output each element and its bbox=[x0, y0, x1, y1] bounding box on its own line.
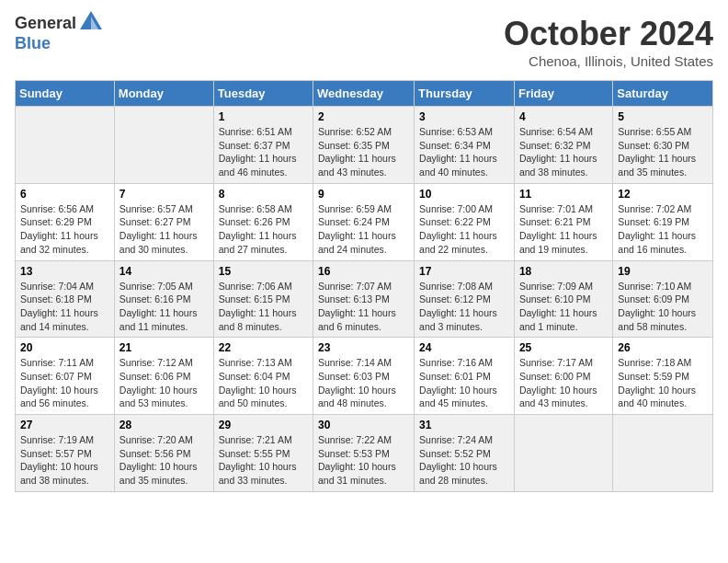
table-row: 4Sunrise: 6:54 AMSunset: 6:32 PMDaylight… bbox=[514, 107, 612, 184]
table-row: 28Sunrise: 7:20 AMSunset: 5:56 PMDayligh… bbox=[114, 415, 213, 492]
day-info: Sunrise: 7:11 AMSunset: 6:07 PMDaylight:… bbox=[20, 356, 109, 410]
day-info: Sunrise: 7:00 AMSunset: 6:22 PMDaylight:… bbox=[419, 202, 509, 257]
title-area: October 2024 Chenoa, Illinois, United St… bbox=[504, 15, 713, 69]
table-row: 27Sunrise: 7:19 AMSunset: 5:57 PMDayligh… bbox=[16, 415, 115, 492]
day-info: Sunrise: 6:58 AMSunset: 6:26 PMDaylight:… bbox=[219, 202, 308, 257]
day-info: Sunrise: 7:06 AMSunset: 6:15 PMDaylight:… bbox=[219, 280, 308, 334]
table-row: 10Sunrise: 7:00 AMSunset: 6:22 PMDayligh… bbox=[415, 183, 515, 260]
header-friday: Friday bbox=[514, 81, 612, 107]
day-info: Sunrise: 7:10 AMSunset: 6:09 PMDaylight:… bbox=[618, 280, 708, 334]
day-info: Sunrise: 7:20 AMSunset: 5:56 PMDaylight:… bbox=[119, 433, 209, 488]
table-row: 1Sunrise: 6:51 AMSunset: 6:37 PMDaylight… bbox=[213, 107, 313, 184]
table-row: 13Sunrise: 7:04 AMSunset: 6:18 PMDayligh… bbox=[16, 260, 115, 338]
table-row: 7Sunrise: 6:57 AMSunset: 6:27 PMDaylight… bbox=[114, 183, 213, 260]
day-number: 31 bbox=[419, 419, 509, 431]
day-number: 6 bbox=[20, 188, 109, 201]
table-row: 15Sunrise: 7:06 AMSunset: 6:15 PMDayligh… bbox=[213, 260, 313, 338]
table-row bbox=[16, 107, 115, 184]
day-info: Sunrise: 7:04 AMSunset: 6:18 PMDaylight:… bbox=[20, 280, 109, 334]
table-row: 9Sunrise: 6:59 AMSunset: 6:24 PMDaylight… bbox=[313, 183, 415, 260]
header-thursday: Thursday bbox=[415, 81, 515, 107]
calendar-week-row: 20Sunrise: 7:11 AMSunset: 6:07 PMDayligh… bbox=[16, 338, 713, 415]
day-number: 20 bbox=[20, 341, 109, 354]
table-row bbox=[114, 107, 213, 184]
day-number: 13 bbox=[20, 265, 109, 278]
table-row: 22Sunrise: 7:13 AMSunset: 6:04 PMDayligh… bbox=[213, 338, 313, 415]
day-number: 29 bbox=[219, 419, 308, 431]
day-number: 25 bbox=[519, 341, 608, 354]
day-number: 15 bbox=[219, 265, 308, 278]
day-number: 1 bbox=[219, 110, 308, 123]
logo-blue: Blue bbox=[15, 35, 104, 53]
day-number: 24 bbox=[419, 341, 509, 354]
table-row: 16Sunrise: 7:07 AMSunset: 6:13 PMDayligh… bbox=[313, 260, 415, 338]
day-info: Sunrise: 6:52 AMSunset: 6:35 PMDaylight:… bbox=[318, 125, 409, 179]
day-number: 11 bbox=[519, 188, 608, 201]
day-info: Sunrise: 7:01 AMSunset: 6:21 PMDaylight:… bbox=[519, 202, 608, 257]
calendar-week-row: 1Sunrise: 6:51 AMSunset: 6:37 PMDaylight… bbox=[16, 107, 713, 184]
table-row bbox=[613, 415, 713, 492]
day-number: 30 bbox=[318, 419, 409, 431]
day-number: 5 bbox=[618, 110, 708, 123]
month-title: October 2024 bbox=[504, 15, 713, 53]
day-info: Sunrise: 7:13 AMSunset: 6:04 PMDaylight:… bbox=[219, 356, 308, 410]
table-row: 14Sunrise: 7:05 AMSunset: 6:16 PMDayligh… bbox=[114, 260, 213, 338]
day-info: Sunrise: 7:24 AMSunset: 5:52 PMDaylight:… bbox=[419, 433, 509, 488]
day-info: Sunrise: 7:07 AMSunset: 6:13 PMDaylight:… bbox=[318, 280, 409, 334]
day-info: Sunrise: 7:21 AMSunset: 5:55 PMDaylight:… bbox=[219, 433, 308, 488]
table-row: 30Sunrise: 7:22 AMSunset: 5:53 PMDayligh… bbox=[313, 415, 415, 492]
header-saturday: Saturday bbox=[613, 81, 713, 107]
day-number: 27 bbox=[20, 419, 109, 431]
day-number: 7 bbox=[119, 188, 209, 201]
location-title: Chenoa, Illinois, United States bbox=[504, 53, 713, 69]
table-row: 11Sunrise: 7:01 AMSunset: 6:21 PMDayligh… bbox=[514, 183, 612, 260]
table-row: 29Sunrise: 7:21 AMSunset: 5:55 PMDayligh… bbox=[213, 415, 313, 492]
logo: General Blue bbox=[15, 15, 104, 53]
table-row: 21Sunrise: 7:12 AMSunset: 6:06 PMDayligh… bbox=[114, 338, 213, 415]
day-number: 17 bbox=[419, 265, 509, 278]
day-number: 8 bbox=[219, 188, 308, 201]
table-row: 31Sunrise: 7:24 AMSunset: 5:52 PMDayligh… bbox=[415, 415, 515, 492]
day-info: Sunrise: 6:53 AMSunset: 6:34 PMDaylight:… bbox=[419, 125, 509, 179]
day-info: Sunrise: 7:05 AMSunset: 6:16 PMDaylight:… bbox=[119, 280, 209, 334]
calendar-week-row: 13Sunrise: 7:04 AMSunset: 6:18 PMDayligh… bbox=[16, 260, 713, 338]
table-row: 24Sunrise: 7:16 AMSunset: 6:01 PMDayligh… bbox=[415, 338, 515, 415]
day-info: Sunrise: 7:14 AMSunset: 6:03 PMDaylight:… bbox=[318, 356, 409, 410]
day-info: Sunrise: 7:08 AMSunset: 6:12 PMDaylight:… bbox=[419, 280, 509, 334]
header-tuesday: Tuesday bbox=[213, 81, 313, 107]
day-info: Sunrise: 7:16 AMSunset: 6:01 PMDaylight:… bbox=[419, 356, 509, 410]
day-number: 10 bbox=[419, 188, 509, 201]
day-number: 14 bbox=[119, 265, 209, 278]
logo-general: General bbox=[15, 15, 104, 35]
day-info: Sunrise: 7:09 AMSunset: 6:10 PMDaylight:… bbox=[519, 280, 608, 334]
table-row: 25Sunrise: 7:17 AMSunset: 6:00 PMDayligh… bbox=[514, 338, 612, 415]
day-info: Sunrise: 6:54 AMSunset: 6:32 PMDaylight:… bbox=[519, 125, 608, 179]
day-info: Sunrise: 7:17 AMSunset: 6:00 PMDaylight:… bbox=[519, 356, 608, 410]
day-info: Sunrise: 7:22 AMSunset: 5:53 PMDaylight:… bbox=[318, 433, 409, 488]
day-number: 9 bbox=[318, 188, 409, 201]
table-row: 17Sunrise: 7:08 AMSunset: 6:12 PMDayligh… bbox=[415, 260, 515, 338]
day-number: 22 bbox=[219, 341, 308, 354]
table-row: 20Sunrise: 7:11 AMSunset: 6:07 PMDayligh… bbox=[16, 338, 115, 415]
table-row: 2Sunrise: 6:52 AMSunset: 6:35 PMDaylight… bbox=[313, 107, 415, 184]
calendar-week-row: 6Sunrise: 6:56 AMSunset: 6:29 PMDaylight… bbox=[16, 183, 713, 260]
header-sunday: Sunday bbox=[16, 81, 115, 107]
calendar-week-row: 27Sunrise: 7:19 AMSunset: 5:57 PMDayligh… bbox=[16, 415, 713, 492]
day-number: 4 bbox=[519, 110, 608, 123]
day-info: Sunrise: 6:55 AMSunset: 6:30 PMDaylight:… bbox=[618, 125, 708, 179]
day-number: 16 bbox=[318, 265, 409, 278]
table-row: 12Sunrise: 7:02 AMSunset: 6:19 PMDayligh… bbox=[613, 183, 713, 260]
table-row: 3Sunrise: 6:53 AMSunset: 6:34 PMDaylight… bbox=[415, 107, 515, 184]
logo-icon bbox=[78, 9, 104, 35]
day-info: Sunrise: 7:19 AMSunset: 5:57 PMDaylight:… bbox=[20, 433, 109, 488]
day-info: Sunrise: 7:12 AMSunset: 6:06 PMDaylight:… bbox=[119, 356, 209, 410]
table-row bbox=[514, 415, 612, 492]
day-number: 19 bbox=[618, 265, 708, 278]
day-number: 28 bbox=[119, 419, 209, 431]
day-number: 26 bbox=[618, 341, 708, 354]
day-info: Sunrise: 6:56 AMSunset: 6:29 PMDaylight:… bbox=[20, 202, 109, 257]
logo-text: General Blue bbox=[15, 15, 104, 53]
day-number: 3 bbox=[419, 110, 509, 123]
table-row: 23Sunrise: 7:14 AMSunset: 6:03 PMDayligh… bbox=[313, 338, 415, 415]
day-number: 12 bbox=[618, 188, 708, 201]
